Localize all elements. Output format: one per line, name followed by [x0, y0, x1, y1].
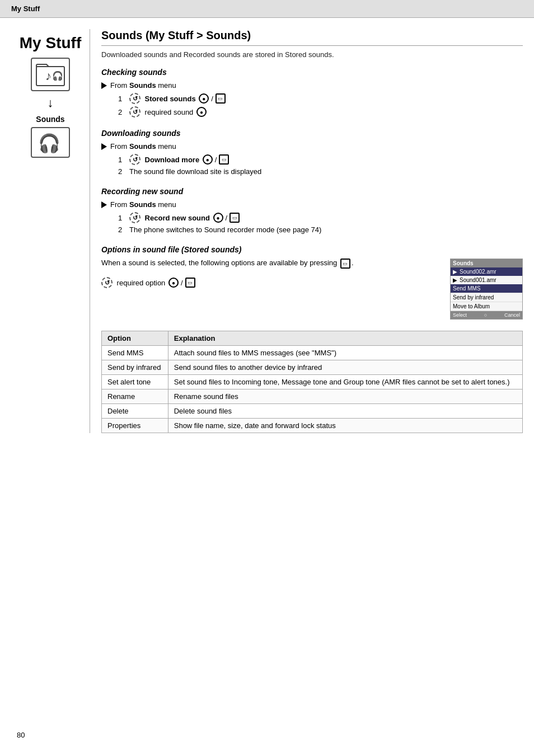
- sidebar: My Stuff ♪ 🎧 ↓ Sounds 🎧: [11, 29, 90, 433]
- sidebar-app-title: My Stuff: [20, 35, 81, 52]
- main-content: My Stuff ♪ 🎧 ↓ Sounds 🎧 Sounds (My: [0, 18, 534, 444]
- table-cell-option: Send MMS: [102, 346, 168, 360]
- checking-steps: 1 ↺ Stored sounds ● / ▭ 2 ↺ required sou…: [118, 93, 523, 118]
- sidebar-folder-icon: ♪ 🎧: [31, 58, 70, 91]
- phone-menu-item-3: Move to Album: [451, 302, 522, 311]
- spin-icon-1: ↺: [129, 93, 140, 104]
- table-header-option: Option: [102, 331, 168, 346]
- phone-item-1: ▶ Sound002.amr: [451, 267, 522, 276]
- center-button-opt: ●: [168, 278, 179, 288]
- table-header-explanation: Explanation: [168, 331, 522, 346]
- spin-icon-rec-1: ↺: [129, 212, 140, 223]
- table-row: Set alert toneSet sound files to Incomin…: [102, 375, 523, 389]
- phone-screenshot: Sounds ▶ Sound002.amr ▶ Sound001.amr Sen…: [450, 259, 523, 320]
- nav-arrow-checking: [101, 82, 107, 89]
- table-cell-option: Rename: [102, 389, 168, 404]
- table-cell-explanation: Attach sound files to MMS messages (see …: [168, 346, 522, 360]
- table-body: Send MMSAttach sound files to MMS messag…: [102, 346, 523, 433]
- sidebar-arrow-down: ↓: [48, 96, 54, 110]
- sidebar-sounds-label: Sounds: [36, 115, 64, 124]
- checking-step-2: 2 ↺ required sound ●: [118, 106, 523, 118]
- spin-icon-dl-1: ↺: [129, 154, 140, 165]
- table-cell-explanation: Set sound files to Incoming tone, Messag…: [168, 375, 522, 389]
- checking-from-menu-row: From Sounds menu: [101, 81, 523, 90]
- section-options: Options in sound file (Stored sounds) Wh…: [101, 245, 523, 320]
- phone-menu-item-2: Send by infrared: [451, 293, 522, 302]
- options-step: ↺ required option ● / ▭: [101, 277, 439, 288]
- table-row: Send by infraredSend sound files to anot…: [102, 360, 523, 375]
- square-button-1: ▭: [216, 93, 226, 104]
- sidebar-hands-icon: 🎧: [31, 127, 70, 158]
- page-title: Sounds (My Stuff > Sounds): [101, 29, 523, 46]
- square-button-rec-1: ▭: [229, 213, 240, 223]
- options-description: When a sound is selected, the following …: [101, 259, 439, 288]
- section-options-title: Options in sound file (Stored sounds): [101, 245, 523, 254]
- phone-screen-title: Sounds: [451, 259, 522, 267]
- table-header-row: Option Explanation: [102, 331, 523, 346]
- section-checking-title: Checking sounds: [101, 68, 523, 77]
- center-button-1: ●: [199, 93, 209, 104]
- table-row: Send MMSAttach sound files to MMS messag…: [102, 346, 523, 360]
- table-cell-option: Set alert tone: [102, 375, 168, 389]
- center-button-rec-1: ●: [213, 213, 223, 223]
- nav-arrow-downloading: [101, 143, 107, 150]
- recording-from-menu: From Sounds menu: [110, 200, 176, 209]
- checking-from-menu: From Sounds menu: [110, 81, 176, 90]
- section-recording: Recording new sound From Sounds menu 1 ↺…: [101, 187, 523, 234]
- table-row: RenameRename sound files: [102, 389, 523, 404]
- downloading-steps: 1 ↺ Download more ● / ▭ 2 The sound file…: [118, 154, 523, 176]
- section-downloading-title: Downloading sounds: [101, 129, 523, 138]
- downloading-from-menu: From Sounds menu: [110, 142, 176, 151]
- table-cell-option: Send by infrared: [102, 360, 168, 375]
- phone-item-2: ▶ Sound001.amr: [451, 276, 522, 284]
- phone-screen-footer: Select ○ Cancel: [451, 311, 522, 319]
- intro-text: Downloaded sounds and Recorded sounds ar…: [101, 50, 523, 59]
- options-square-button: ▭: [340, 259, 350, 269]
- recording-step-2: 2 The phone switches to Sound recorder m…: [118, 226, 523, 234]
- recording-step-1: 1 ↺ Record new sound ● / ▭: [118, 212, 523, 223]
- svg-text:🎧: 🎧: [52, 71, 63, 81]
- downloading-step-2: 2 The sound file download site is displa…: [118, 167, 523, 176]
- page-number: 80: [17, 731, 25, 739]
- downloading-from-menu-row: From Sounds menu: [101, 142, 523, 151]
- downloading-step-1: 1 ↺ Download more ● / ▭: [118, 154, 523, 165]
- header-title: My Stuff: [11, 4, 40, 13]
- section-downloading: Downloading sounds From Sounds menu 1 ↺ …: [101, 129, 523, 176]
- nav-arrow-recording: [101, 201, 107, 208]
- table-cell-explanation: Show file name, size, date and forward l…: [168, 419, 522, 433]
- options-table: Option Explanation Send MMSAttach sound …: [101, 331, 523, 433]
- table-cell-option: Delete: [102, 404, 168, 419]
- recording-steps: 1 ↺ Record new sound ● / ▭ 2 The phone s…: [118, 212, 523, 234]
- options-with-screenshot: When a sound is selected, the following …: [101, 259, 523, 320]
- svg-text:🎧: 🎧: [38, 133, 60, 154]
- table-cell-explanation: Rename sound files: [168, 389, 522, 404]
- table-cell-explanation: Send sound files to another device by in…: [168, 360, 522, 375]
- table-row: PropertiesShow file name, size, date and…: [102, 419, 523, 433]
- checking-step-1: 1 ↺ Stored sounds ● / ▭: [118, 93, 523, 104]
- table-row: DeleteDelete sound files: [102, 404, 523, 419]
- recording-from-menu-row: From Sounds menu: [101, 200, 523, 209]
- section-recording-title: Recording new sound: [101, 187, 523, 196]
- content-area: Sounds (My Stuff > Sounds) Downloaded so…: [90, 29, 523, 433]
- spin-icon-2: ↺: [129, 106, 140, 118]
- section-checking: Checking sounds From Sounds menu 1 ↺ Sto…: [101, 68, 523, 118]
- header-bar: My Stuff: [0, 0, 534, 18]
- table-cell-option: Properties: [102, 419, 168, 433]
- center-button-dl-1: ●: [203, 154, 213, 165]
- center-button-2: ●: [196, 107, 207, 117]
- phone-menu-item-1: Send MMS: [451, 284, 522, 293]
- square-button-dl-1: ▭: [219, 154, 229, 165]
- table-cell-explanation: Delete sound files: [168, 404, 522, 419]
- spin-icon-opt: ↺: [101, 277, 113, 288]
- svg-text:♪: ♪: [45, 69, 51, 83]
- square-button-opt: ▭: [185, 278, 195, 288]
